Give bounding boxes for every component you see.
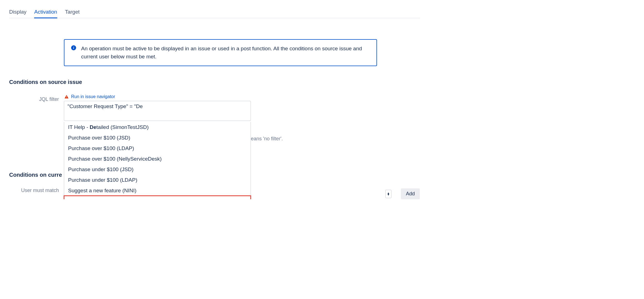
dropdown-footer: Syntax Help Hit Esc to close: [64, 196, 251, 199]
error-icon: [64, 94, 69, 99]
info-icon: i: [71, 45, 76, 50]
svg-rect-1: [66, 97, 66, 98]
esc-hint: Hit Esc to close: [210, 198, 247, 199]
select-stepper[interactable]: ▲▼: [385, 190, 391, 198]
tab-target[interactable]: Target: [65, 8, 80, 18]
info-panel: i An operation must be active to be disp…: [64, 39, 377, 66]
tab-display[interactable]: Display: [9, 8, 26, 18]
list-item[interactable]: Purchase under $100 (LDAP): [64, 175, 251, 185]
list-item[interactable]: Suggest a new feature (NINI): [64, 185, 251, 196]
tabs: Display Activation Target: [9, 0, 420, 18]
add-button[interactable]: Add: [401, 188, 420, 199]
svg-rect-0: [66, 96, 66, 97]
jql-filter-input[interactable]: [64, 101, 251, 121]
hint-tail-text: eans 'no filter'.: [251, 136, 283, 142]
jql-filter-label: JQL filter: [9, 94, 64, 102]
section-title-source: Conditions on source issue: [9, 79, 420, 85]
jql-suggestions-dropdown: IT Help - Detailed (SimonTestJSD) Purcha…: [64, 122, 251, 199]
user-must-match-label: User must match: [9, 187, 64, 193]
section-source-conditions: Conditions on source issue JQL filter Ru…: [9, 79, 420, 122]
list-item[interactable]: IT Help - Detailed (SimonTestJSD): [64, 122, 251, 133]
tab-activation[interactable]: Activation: [34, 8, 57, 18]
list-item[interactable]: Purchase over $100 (JSD): [64, 133, 251, 143]
list-item[interactable]: Purchase over $100 (LDAP): [64, 143, 251, 154]
info-text: An operation must be active to be displa…: [81, 45, 370, 61]
syntax-help-link[interactable]: Syntax Help: [68, 198, 96, 199]
list-item[interactable]: Purchase over $100 (NellyServiceDesk): [64, 154, 251, 164]
list-item[interactable]: Purchase under $100 (JSD): [64, 164, 251, 175]
run-in-navigator-link[interactable]: Run in issue navigator: [71, 94, 115, 99]
